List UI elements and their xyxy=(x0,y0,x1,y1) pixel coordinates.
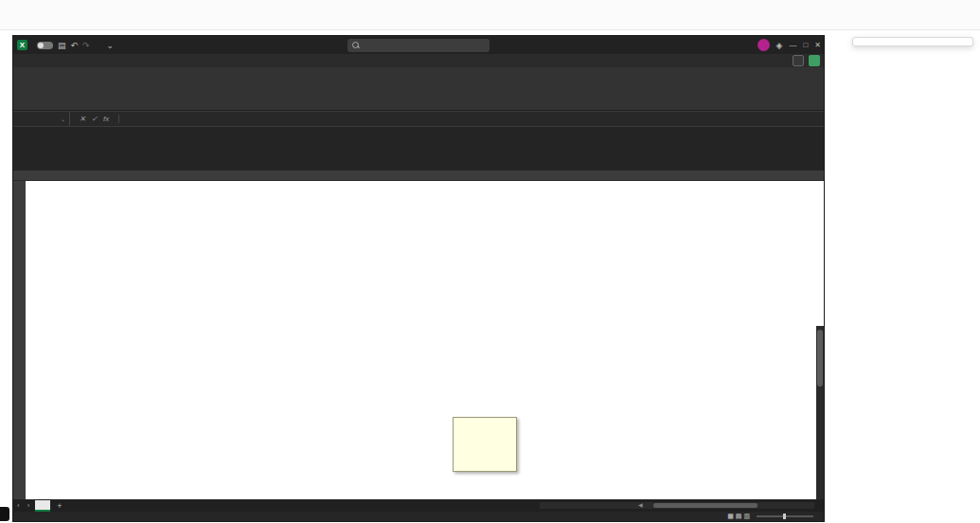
minimize-button[interactable]: — xyxy=(789,41,796,49)
restore-button[interactable]: □ xyxy=(803,41,808,49)
fx-icon[interactable]: fx xyxy=(103,115,109,123)
redo-icon[interactable]: ↷ xyxy=(82,41,90,50)
sheet-grid xyxy=(13,181,824,499)
cancel-icon[interactable]: ✕ xyxy=(80,115,86,123)
participants-sidebar xyxy=(847,95,980,523)
vertical-scrollbar[interactable] xyxy=(816,326,824,499)
name-box-chevron-icon: ⌄ xyxy=(61,116,65,122)
ribbon-tab-bar xyxy=(13,54,824,67)
sheet-cells[interactable] xyxy=(26,181,816,499)
share-workbook-button[interactable] xyxy=(809,55,820,66)
sheet-tab[interactable] xyxy=(35,500,50,512)
enter-icon[interactable]: ✓ xyxy=(91,115,98,123)
ribbon-right-buttons xyxy=(793,55,820,66)
search-input[interactable] xyxy=(347,39,490,52)
sheet-nav-right-icon[interactable]: › xyxy=(26,501,32,510)
mic-tooltip xyxy=(852,37,973,46)
save-icon[interactable]: ▤ xyxy=(58,41,66,50)
vertical-scrollbar-thumb[interactable] xyxy=(817,330,823,387)
row-number-gutter xyxy=(13,181,26,499)
column-headers xyxy=(13,171,824,181)
horizontal-scrollbar-thumb[interactable] xyxy=(653,503,757,508)
cell-comment-tooltip xyxy=(453,417,517,472)
status-right: ▦▤▥ xyxy=(727,513,818,520)
excel-window: X ▤ ↶ ↷ ⌄ ◈ — □ ✕ xyxy=(13,36,824,521)
comments-button[interactable] xyxy=(793,55,804,66)
formula-bar: ⌄ ✕ ✓ fx xyxy=(13,111,824,127)
formula-icons: ✕ ✓ fx xyxy=(70,115,119,123)
premium-diamond-icon[interactable]: ◈ xyxy=(776,41,783,50)
sheet-nav-left-icon[interactable]: ‹ xyxy=(15,501,22,510)
ribbon xyxy=(13,67,824,111)
name-box[interactable]: ⌄ xyxy=(13,112,70,126)
search-icon xyxy=(352,42,359,48)
screen: X ▤ ↶ ↷ ⌄ ◈ — □ ✕ xyxy=(0,0,980,523)
account-avatar[interactable] xyxy=(757,39,770,51)
excel-titlebar: X ▤ ↶ ↷ ⌄ ◈ — □ ✕ xyxy=(13,36,824,54)
hscroll-left-arrow-icon[interactable]: ◀ xyxy=(638,502,643,509)
autosave-toggle[interactable] xyxy=(37,42,53,49)
excel-logo-icon: X xyxy=(17,40,27,50)
presenter-name-label xyxy=(0,507,9,521)
add-sheet-button[interactable]: + xyxy=(54,501,64,511)
sheet-empty-area xyxy=(13,127,824,171)
close-button[interactable]: ✕ xyxy=(814,41,821,49)
status-bar: ▦▤▥ xyxy=(13,512,824,521)
horizontal-scrollbar[interactable]: ◀ xyxy=(540,502,814,509)
zoom-slider[interactable] xyxy=(757,515,813,517)
undo-icon[interactable]: ↶ xyxy=(71,41,79,50)
title-chevron-icon[interactable]: ⌄ xyxy=(107,41,115,50)
titlebar-right: ◈ — □ ✕ xyxy=(757,36,821,54)
zoom-meeting-toolbar xyxy=(0,0,980,30)
view-shortcut-icons[interactable]: ▦▤▥ xyxy=(727,513,752,520)
